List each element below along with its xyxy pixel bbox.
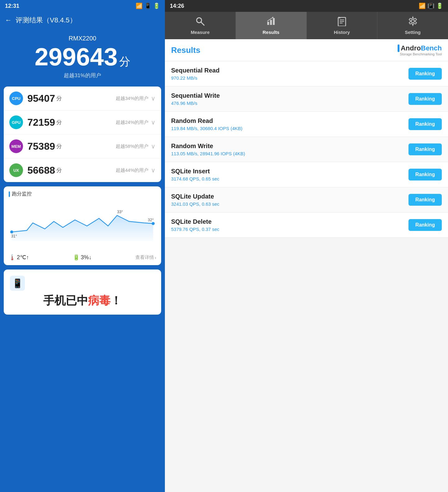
tabs-row: Measure Results [165,12,448,39]
sqlite-update-info: SQLite Update 3241.03 QPS, 0.63 sec [171,193,219,207]
ux-badge: UX [9,163,23,177]
result-row-sqlite-delete: SQLite Delete 5379.76 QPS, 0.37 sec Rank… [165,213,448,238]
status-bar-right: 14:26 📶 📳 🔋 [165,0,448,12]
tab-setting[interactable]: Setting [377,12,448,39]
history-icon [337,16,347,28]
wifi-icon-right: 📶 [419,2,426,9]
rand-write-name: Random Write [171,143,245,150]
tab-setting-label: Setting [405,30,421,35]
status-icons-right: 📶 📳 🔋 [419,2,443,9]
mem-score-value: 75389 [27,141,55,152]
results-title: Results [171,45,200,55]
time-left: 12:31 [5,3,19,9]
score-subtitle: 超越31%的用户 [0,72,165,79]
ux-score-row: UX 56688 分 超越44%的用户 ∨ [4,158,161,182]
tab-results-label: Results [263,30,279,35]
monitor-section: 跑分监控 31° 33° [4,186,161,265]
battery-stat: 🔋 3%↓ [73,254,92,261]
battery-icon: 🔋 [153,2,160,9]
virus-text: 手机已中病毒！ [43,293,122,308]
thermometer-icon: 🌡️ [9,254,16,261]
temp-stat: 🌡️ 2℃↑ [9,254,29,261]
sqlite-insert-ranking-button[interactable]: Ranking [408,169,442,180]
seq-write-ranking-button[interactable]: Ranking [408,93,442,105]
seq-read-info: Sequential Read 970.22 MB/s [171,67,220,81]
virus-app-icon: 📱 [10,276,25,291]
gpu-chevron-icon[interactable]: ∨ [151,119,156,126]
sqlite-delete-ranking-button[interactable]: Ranking [408,219,442,231]
svg-line-6 [201,22,204,25]
left-panel: 12:31 📶 📱 🔋 ← 评测结果（V8.4.5） RMX2200 29964… [0,0,165,492]
sqlite-delete-value: 5379.76 QPS, 0.37 sec [171,227,219,232]
svg-rect-8 [270,20,272,25]
result-row-seq-write: Sequential Write 476.96 MB/s Ranking [165,87,448,112]
cpu-chevron-icon[interactable]: ∨ [151,95,156,102]
ux-chevron-icon[interactable]: ∨ [151,166,156,174]
temperature-chart: 31° 33° 32° [9,201,156,251]
rand-write-ranking-button[interactable]: Ranking [408,143,442,155]
cpu-score-row: CPU 95407 分 超越34%的用户 ∨ [4,87,161,110]
gpu-badge: GPU [9,115,23,129]
results-header: Results AndroBench Storage Benchmarking … [165,39,448,61]
gpu-score-row: GPU 72159 分 超越24%的用户 ∨ [4,110,161,134]
sqlite-delete-name: SQLite Delete [171,218,219,225]
signal-icon-right: 📳 [427,2,434,9]
virus-highlight-text: 病毒 [88,294,110,307]
sqlite-update-ranking-button[interactable]: Ranking [408,194,442,206]
virus-normal-text: 手机已中 [43,294,88,307]
ux-score-pct: 超越44%的用户 ∨ [116,166,156,174]
monitor-bar-decoration [9,191,10,197]
tab-history[interactable]: History [307,12,378,39]
virus-suffix: ！ [110,294,122,307]
total-score-section: 299643 分 [0,45,165,69]
mem-chevron-icon[interactable]: ∨ [151,143,156,150]
total-score-value: 299643 [35,43,118,71]
gpu-score-value: 72159 [27,117,55,128]
seq-read-name: Sequential Read [171,67,220,74]
result-row-sqlite-insert: SQLite Insert 3174.68 QPS, 0.65 sec Rank… [165,162,448,187]
tab-history-label: History [334,30,350,35]
androbench-logo: AndroBench Storage Benchmarking Tool [398,44,442,56]
status-icons-left: 📶 📱 🔋 [136,2,160,9]
mem-score-pct: 超越58%的用户 ∨ [116,143,156,150]
logo-sub: Storage Benchmarking Tool [400,52,442,56]
svg-point-15 [411,20,414,23]
ux-score-value: 56688 [27,165,55,176]
seq-write-info: Sequential Write 476.96 MB/s [171,92,220,106]
measure-icon [195,16,205,28]
logo-accent-bar [398,45,399,52]
cpu-score-value: 95407 [27,93,55,104]
svg-text:32°: 32° [148,218,154,222]
setting-icon [408,16,418,28]
seq-read-ranking-button[interactable]: Ranking [408,68,442,80]
svg-rect-7 [267,22,269,25]
arrow-right-icon: › [155,255,156,260]
status-bar-left: 12:31 📶 📱 🔋 [0,0,165,12]
seq-read-value: 970.22 MB/s [171,75,220,81]
gpu-score-unit: 分 [56,119,62,126]
battery-stat-icon: 🔋 [73,254,80,261]
wifi-icon: 📶 [136,2,142,9]
rand-read-info: Random Read 119.84 MB/s, 30680.4 IOPS (4… [171,117,242,131]
back-button[interactable]: ← [5,16,12,24]
right-panel: 14:26 📶 📳 🔋 Measure [165,0,448,492]
rand-read-name: Random Read [171,117,242,124]
detail-link[interactable]: 查看详情 › [135,255,156,260]
app-header: ← 评测结果（V8.4.5） [0,12,165,29]
seq-write-value: 476.96 MB/s [171,101,220,106]
sqlite-update-name: SQLite Update [171,193,219,200]
mem-badge: MEM [9,139,23,153]
result-row-rand-write: Random Write 113.05 MB/s, 28941.96 IOPS … [165,137,448,162]
sqlite-insert-info: SQLite Insert 3174.68 QPS, 0.65 sec [171,168,219,181]
header-title: 评测结果（V8.4.5） [16,16,77,25]
svg-text:31°: 31° [11,234,17,238]
rand-read-ranking-button[interactable]: Ranking [408,118,442,130]
cpu-score-pct: 超越34%的用户 ∨ [116,95,156,102]
svg-text:33°: 33° [117,210,123,214]
tab-results[interactable]: Results [236,12,307,39]
chart-footer: 🌡️ 2℃↑ 🔋 3%↓ 查看详情 › [9,254,156,261]
tab-measure[interactable]: Measure [165,12,236,39]
sqlite-insert-value: 3174.68 QPS, 0.65 sec [171,176,219,181]
monitor-title: 跑分监控 [9,191,156,197]
rand-write-info: Random Write 113.05 MB/s, 28941.96 IOPS … [171,143,245,156]
